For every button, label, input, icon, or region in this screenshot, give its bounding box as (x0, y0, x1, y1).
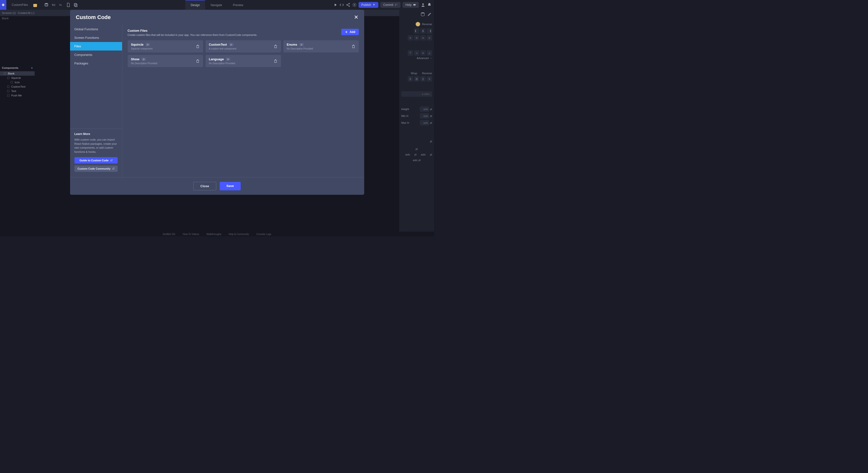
delete-icon[interactable] (196, 44, 200, 48)
community-button[interactable]: Custom Code Community (74, 165, 118, 172)
learn-title: Learn More (74, 132, 118, 136)
sidebar-components[interactable]: Components (70, 51, 122, 59)
sidebar-screen-functions[interactable]: Screen Functions (70, 33, 122, 42)
main-description: Create custom files that will be include… (128, 33, 257, 36)
file-name: Enums (287, 43, 297, 46)
save-button[interactable]: Save (220, 182, 241, 190)
sidebar-global-functions[interactable]: Global Functions (70, 25, 122, 33)
file-description: No Description Provided (131, 62, 157, 65)
learn-text: With custom code, you can import React N… (74, 138, 118, 154)
external-link-icon (112, 167, 115, 170)
modal-sidebar: Global Functions Screen Functions Files … (70, 25, 122, 177)
delete-icon[interactable] (274, 59, 278, 63)
guide-label: Guide to Custom Code (79, 159, 108, 162)
community-label: Custom Code Community (78, 167, 110, 170)
file-name: Show (131, 57, 140, 61)
add-label: Add (349, 30, 355, 34)
modal-main: Custom Files Create custom files that wi… (122, 25, 364, 177)
guide-button[interactable]: Guide to Custom Code (74, 157, 118, 163)
sidebar-packages[interactable]: Packages (70, 59, 122, 68)
main-header: Custom Files Create custom files that wi… (128, 29, 359, 36)
file-ext-badge: js (229, 43, 234, 46)
main-title: Custom Files (128, 29, 257, 32)
delete-icon[interactable] (274, 44, 278, 48)
file-name: Squircle (131, 43, 144, 46)
file-ext-badge: js (226, 58, 230, 61)
file-description: A custom text component (209, 48, 236, 50)
file-description: Squircle component (131, 48, 153, 50)
file-card[interactable]: SquirclejsSquircle component (128, 40, 203, 53)
file-name: Language (209, 57, 224, 61)
file-description: No Description Provided (287, 48, 313, 50)
file-card[interactable]: LanguagejsNo Description Provided (206, 55, 281, 67)
learn-section: Learn More With custom code, you can imp… (70, 129, 122, 177)
file-ext-badge: js (141, 58, 146, 61)
file-card[interactable]: CustomTextjsA custom text component (206, 40, 281, 53)
file-description: No Description Provided (209, 62, 235, 65)
file-card[interactable]: EnumsjsNo Description Provided (283, 40, 359, 53)
close-button[interactable]: Close (193, 182, 216, 190)
file-ext-badge: js (146, 43, 150, 46)
modal-footer: Close Save (70, 177, 364, 195)
sidebar-files[interactable]: Files (70, 42, 122, 51)
file-grid: SquirclejsSquircle componentCustomTextjs… (128, 40, 359, 67)
modal-header: Custom Code ✕ (70, 10, 364, 25)
modal-title: Custom Code (76, 14, 111, 21)
modal: Custom Code ✕ Global Functions Screen Fu… (70, 10, 364, 195)
modal-overlay: Custom Code ✕ Global Functions Screen Fu… (0, 0, 434, 236)
add-button[interactable]: Add (341, 29, 359, 35)
file-name: CustomText (209, 43, 227, 46)
file-ext-badge: js (299, 43, 304, 46)
delete-icon[interactable] (196, 59, 200, 63)
delete-icon[interactable] (351, 44, 355, 48)
plus-icon (345, 30, 348, 34)
modal-close-button[interactable]: ✕ (354, 14, 358, 21)
external-link-icon (110, 159, 113, 162)
file-card[interactable]: ShowjsNo Description Provided (128, 55, 203, 67)
modal-body: Global Functions Screen Functions Files … (70, 25, 364, 177)
